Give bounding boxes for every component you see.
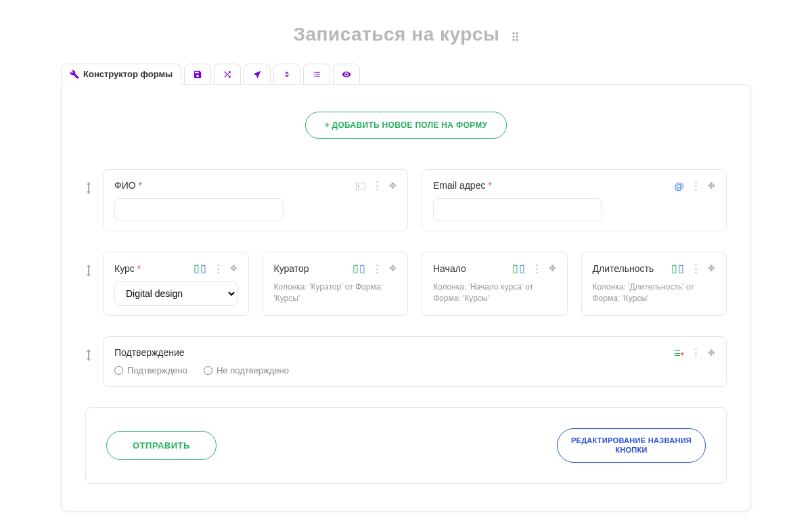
link-type-icon: ▯▯ [194,262,206,275]
field-move-icon[interactable]: ✥ [230,263,238,273]
svg-point-2 [512,36,514,38]
svg-rect-6 [88,185,89,191]
radio-option-confirmed[interactable]: Подтверждено [114,365,187,375]
field-menu-icon[interactable]: ⋮ [213,262,223,275]
submit-area: ОТПРАВИТЬ РЕДАКТИРОВАНИЕ НАЗВАНИЯ КНОПКИ [85,407,727,484]
field-curator: Куратор ▯▯ ⋮ ✥ Колонка: 'Куратор' от Фор… [263,252,409,316]
field-email: Email адрес * @ ⋮ ✥ [422,169,727,231]
row-drag-handle[interactable] [85,336,95,361]
svg-point-3 [516,36,518,38]
field-menu-icon[interactable]: ⋮ [691,179,701,191]
wrench-icon [70,69,79,80]
field-move-icon[interactable]: ✥ [708,348,715,358]
email-input[interactable] [433,198,602,221]
course-select[interactable]: Digital design [114,281,238,306]
field-confirmation: Подтверждение ☰▾ ⋮ ✥ Подтверждено [103,336,727,387]
svg-rect-10 [88,352,89,359]
svg-rect-9 [88,267,89,274]
fio-input[interactable] [114,198,284,221]
field-label: Куратор [274,263,309,274]
location-icon [252,69,262,80]
lookup-type-icon: ▯▯ [353,262,365,275]
list-icon [312,69,321,80]
radio-input[interactable] [204,366,212,375]
field-menu-icon[interactable]: ⋮ [532,262,542,275]
tab-preview[interactable] [333,64,360,85]
field-move-icon[interactable]: ✥ [549,263,556,273]
tab-location[interactable] [244,64,271,85]
text-type-icon [356,181,365,189]
field-label: Длительность [593,263,654,274]
lookup-type-icon: ▯▯ [671,262,684,275]
field-move-icon[interactable]: ✥ [708,181,715,191]
tab-shuffle[interactable] [214,64,241,85]
field-label: Начало [433,263,466,274]
edit-button-name-button[interactable]: РЕДАКТИРОВАНИЕ НАЗВАНИЯ КНОПКИ [557,428,706,463]
field-start: Начало ▯▯ ⋮ ✥ Колонка: 'Начало курса' от… [422,252,568,316]
radio-option-not-confirmed[interactable]: Не подтверждено [204,365,289,375]
field-duration: Длительность ▯▯ ⋮ ✥ Колонка: 'Длительнос… [581,252,727,316]
radio-type-icon: ☰▾ [674,346,684,359]
row-drag-handle[interactable] [85,169,95,194]
field-move-icon[interactable]: ✥ [389,263,397,273]
shuffle-icon [223,69,232,80]
field-description: Колонка: 'Длительность' от Форма: 'Курсы… [593,281,716,304]
field-description: Колонка: 'Начало курса' от Форма: 'Курсы… [433,281,556,304]
field-course: Курс * ▯▯ ⋮ ✥ Digital design [103,252,249,316]
field-fio: ФИО * ⋮ ✥ [103,169,408,231]
svg-rect-8 [358,185,359,187]
svg-point-1 [516,32,518,35]
email-type-icon: @ [674,180,684,191]
page-title: Записаться на курсы [0,0,812,64]
save-icon [193,69,202,80]
add-field-button[interactable]: + ДОБАВИТЬ НОВОЕ ПОЛЕ НА ФОРМУ [305,112,508,139]
field-label: Email адрес * [433,180,492,191]
row-drag-handle[interactable] [85,252,95,277]
field-label: Курс * [114,263,141,274]
form-row: Подтверждение ☰▾ ⋮ ✥ Подтверждено [85,336,727,387]
tab-sort[interactable] [273,64,300,85]
form-builder-panel: + ДОБАВИТЬ НОВОЕ ПОЛЕ НА ФОРМУ ФИО * [61,84,751,511]
field-menu-icon[interactable]: ⋮ [372,179,382,191]
tab-label: Конструктор формы [83,69,173,79]
tab-form-constructor[interactable]: Конструктор формы [61,64,181,85]
svg-point-5 [516,39,518,41]
field-move-icon[interactable]: ✥ [389,181,397,191]
submit-button[interactable]: ОТПРАВИТЬ [106,431,217,460]
page-title-text: Записаться на курсы [293,24,499,45]
eye-icon [342,69,351,80]
field-description: Колонка: 'Куратор' от Форма: 'Курсы' [274,281,397,304]
lookup-type-icon: ▯▯ [512,262,525,275]
radio-input[interactable] [114,366,123,375]
field-menu-icon[interactable]: ⋮ [691,262,701,275]
sort-icon [282,69,292,80]
field-label: ФИО * [114,180,142,191]
tab-list[interactable] [303,64,330,85]
tab-save[interactable] [184,64,211,85]
field-move-icon[interactable]: ✥ [708,263,715,273]
title-drag-handle[interactable] [512,25,519,47]
svg-point-0 [512,32,514,35]
tabs: Конструктор формы [61,64,751,85]
form-row: ФИО * ⋮ ✥ [85,169,727,231]
field-menu-icon[interactable]: ⋮ [691,346,701,359]
form-row: Курс * ▯▯ ⋮ ✥ Digital design [85,252,727,316]
svg-point-4 [512,39,514,41]
field-label: Подтверждение [114,347,185,358]
svg-rect-7 [356,183,365,189]
field-menu-icon[interactable]: ⋮ [372,262,382,275]
